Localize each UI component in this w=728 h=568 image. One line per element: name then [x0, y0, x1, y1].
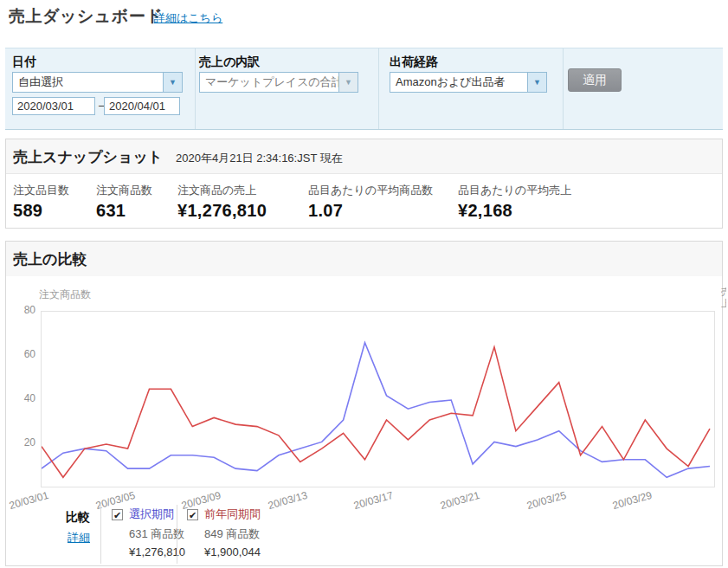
comparison-details-link[interactable]: 詳細	[68, 530, 90, 545]
comparison-title: 売上の比較	[13, 249, 87, 269]
series-line-1	[42, 347, 710, 478]
comparison-chart-svg	[42, 312, 716, 488]
fulfillment-channel-dropdown[interactable]: Amazonおよび出品者 ▼	[390, 72, 547, 93]
x-tick-label: 20/03/17	[340, 489, 395, 516]
sales-dashboard-page: 売上ダッシュボード 詳細はこちら 日付 自由選択 ▼ – 売上の内訳 マーケット…	[0, 0, 728, 568]
metric-value: 1.07	[308, 201, 433, 221]
metric-label: 品目あたりの平均売上	[458, 183, 571, 198]
metric-ordered-items: 注文品目数 589	[13, 183, 69, 221]
metric-value: ¥2,168	[458, 201, 571, 221]
chevron-down-icon[interactable]: ▼	[527, 73, 546, 92]
metric-ordered-units: 注文商品数 631	[96, 183, 152, 221]
snapshot-title: 売上スナップショット	[13, 147, 163, 167]
legend-series-name: 選択期間	[129, 507, 174, 522]
comparison-chart-plot-area[interactable]	[41, 311, 715, 487]
y-tick-label: 60	[10, 348, 35, 360]
x-tick-label: 20/03/13	[254, 489, 308, 516]
sales-breakdown-dropdown-value: マーケットプレイスの合計	[200, 74, 338, 90]
legend-series-amount: ¥1,900,044	[204, 545, 261, 558]
sales-comparison-section: 売上の比較 注文商品数 20406080 20/03/0120/03/0520/…	[5, 241, 723, 566]
sales-breakdown-dropdown[interactable]: マーケットプレイスの合計 ▼	[199, 72, 358, 93]
metric-label: 注文品目数	[13, 183, 69, 198]
legend-item-prior-year-period: ✔ 前年同期間 849 商品数 ¥1,900,044	[187, 507, 261, 558]
y-tick-label: 20	[10, 436, 35, 449]
metric-label: 品目あたりの平均商品数	[308, 183, 433, 198]
metric-label: 注文商品の売上	[177, 183, 267, 198]
right-axis-label-clipped: 売上	[721, 287, 726, 323]
legend-series-name: 前年同期間	[204, 507, 261, 522]
legend-separator	[177, 505, 177, 564]
y-tick-label: 40	[10, 392, 35, 404]
legend-separator	[100, 505, 101, 564]
selected-period-checkbox[interactable]: ✔	[112, 509, 123, 520]
x-tick-label: 20/03/01	[0, 489, 50, 516]
details-link[interactable]: 詳細はこちら	[154, 10, 222, 26]
date-filter-label: 日付	[12, 55, 36, 70]
comparison-legend-label: 比較	[66, 510, 90, 526]
y-axis-title: 注文商品数	[39, 287, 91, 302]
page-title: 売上ダッシュボード	[9, 5, 163, 28]
metric-avg-units-per-item: 品目あたりの平均商品数 1.07	[308, 183, 433, 221]
metric-ordered-product-sales: 注文商品の売上 ¥1,276,810	[177, 183, 267, 221]
metric-value: 631	[96, 201, 152, 221]
prior-year-period-checkbox[interactable]: ✔	[187, 509, 198, 520]
metric-avg-sales-per-item: 品目あたりの平均売上 ¥2,168	[458, 183, 571, 221]
sales-breakdown-label: 売上の内訳	[199, 55, 260, 70]
chevron-down-icon[interactable]: ▼	[338, 73, 358, 92]
filter-separator	[378, 48, 379, 129]
fulfillment-channel-label: 出荷経路	[390, 55, 438, 70]
date-range-dropdown[interactable]: 自由選択 ▼	[12, 72, 183, 93]
x-tick-label: 20/03/21	[426, 489, 480, 516]
sales-snapshot-section: 売上スナップショット 2020年4月21日 2:34:16:JST 現在 注文品…	[5, 139, 723, 229]
fulfillment-channel-dropdown-value: Amazonおよび出品者	[390, 74, 527, 90]
metric-label: 注文商品数	[96, 183, 152, 198]
apply-button[interactable]: 適用	[568, 68, 622, 92]
metric-value: 589	[13, 201, 69, 221]
date-from-input[interactable]	[12, 97, 95, 115]
date-to-input[interactable]	[104, 97, 180, 115]
date-range-dropdown-value: 自由選択	[13, 74, 163, 90]
x-tick-label: 20/03/25	[512, 489, 567, 516]
y-tick-label: 80	[10, 304, 35, 316]
filter-panel: 日付 自由選択 ▼ – 売上の内訳 マーケットプレイスの合計 ▼ 出荷経路 Am…	[5, 48, 723, 130]
legend-series-units: 849 商品数	[204, 526, 261, 542]
filter-separator	[563, 48, 564, 129]
legend-item-selected-period: ✔ 選択期間 631 商品数 ¥1,276,810	[112, 507, 185, 558]
metric-value: ¥1,276,810	[177, 201, 267, 221]
comparison-header: 売上の比較	[6, 242, 722, 276]
chevron-down-icon[interactable]: ▼	[163, 73, 182, 92]
snapshot-timestamp: 2020年4月21日 2:34:16:JST 現在	[176, 151, 343, 166]
filter-separator	[195, 48, 196, 129]
snapshot-header: 売上スナップショット 2020年4月21日 2:34:16:JST 現在	[6, 139, 722, 174]
x-tick-label: 20/03/29	[599, 489, 654, 516]
